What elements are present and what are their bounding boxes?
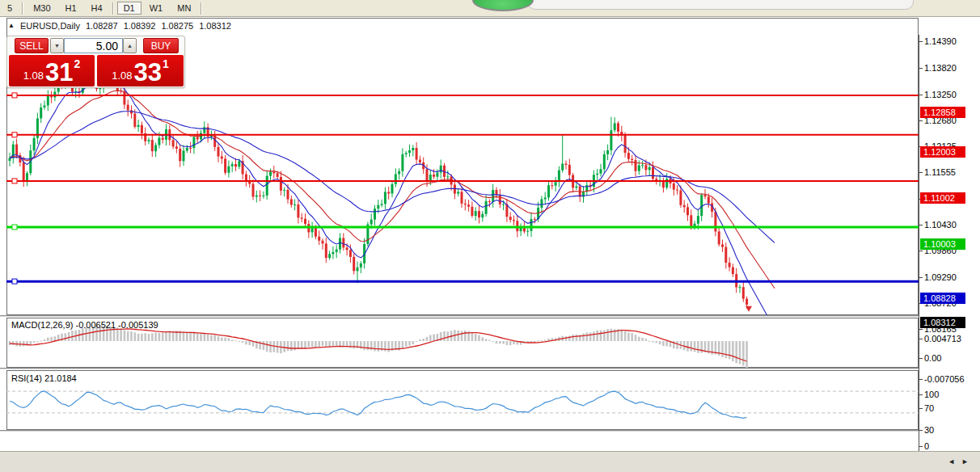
macd-bar [318, 341, 320, 347]
price-badge-1.12003: 1.12003 [920, 146, 965, 158]
timeframe-button-mn[interactable]: MN [171, 2, 197, 15]
candle-body [127, 105, 129, 111]
candle-body [742, 287, 745, 298]
macd-bar [509, 341, 512, 345]
pane-separator[interactable] [0, 430, 980, 432]
timeframe-button-w1[interactable]: W1 [143, 2, 170, 15]
candle-body [381, 204, 383, 204]
macd-bar [429, 335, 432, 341]
candle-body [676, 190, 678, 191]
macd-bar [631, 333, 633, 341]
macd-bar [387, 341, 390, 352]
macd-bar [130, 331, 133, 341]
candle-body [446, 176, 449, 177]
macd-bar [308, 341, 310, 348]
buy-price-box[interactable]: 1.08 33 1 [97, 55, 184, 86]
collapse-triangle-icon[interactable]: ▲ [8, 22, 15, 32]
macd-bar [193, 332, 196, 341]
candle-body [714, 212, 716, 232]
sell-price-small: 1.08 [23, 70, 44, 82]
hline-handle[interactable] [12, 179, 17, 183]
macd-bar [245, 341, 247, 344]
macd-bar [624, 331, 627, 341]
macd-bar [36, 341, 39, 342]
candle-body [33, 138, 36, 150]
candle-body [478, 211, 480, 217]
timeframe-button-m30[interactable]: M30 [27, 2, 57, 15]
macd-bar [263, 341, 265, 350]
candle-body [471, 207, 473, 216]
price-axis[interactable]: 1.143901.138201.132501.126801.121251.115… [919, 35, 980, 467]
candle-body [610, 130, 612, 150]
candle-body [203, 127, 205, 133]
axis-tick [919, 41, 923, 42]
hline-handle[interactable] [12, 225, 17, 230]
price-badge-1.12858: 1.12858 [920, 107, 965, 118]
symbol-label: EURUSD,Daily [20, 21, 80, 31]
volume-increase-button[interactable]: ▲ [123, 38, 137, 53]
rsi-tick-label: 0 [924, 441, 929, 451]
candle-body [603, 154, 606, 169]
macd-bar [204, 333, 206, 341]
candle-body [349, 250, 352, 257]
macd-bar [183, 331, 185, 341]
macd-bar [482, 337, 484, 341]
macd-bar [443, 331, 446, 341]
tab-scroll-right-icon[interactable]: ► [961, 457, 975, 466]
macd-bar [694, 341, 696, 352]
macd-bar [652, 341, 654, 343]
tab-scroll-left-icon[interactable]: ◄ [948, 457, 961, 466]
buy-price-big: 33 [134, 59, 162, 86]
axis-tick [919, 172, 923, 173]
hline-handle[interactable] [12, 133, 17, 137]
sell-price-box[interactable]: 1.08 31 2 [9, 55, 95, 86]
candle-body [189, 148, 192, 149]
macd-bar [124, 331, 126, 341]
candle-body [496, 190, 498, 195]
timeframe-button-h4[interactable]: H4 [85, 2, 109, 15]
macd-bar [735, 341, 737, 363]
candle-body [673, 183, 675, 190]
candle-body [440, 166, 442, 173]
macd-bar [656, 341, 658, 343]
buy-button[interactable]: BUY [143, 38, 179, 53]
spinner-up-icon: ▲ [127, 43, 133, 48]
macd-bar [610, 329, 613, 341]
timeframe-button-5[interactable]: 5 [1, 2, 19, 15]
volume-input[interactable]: 5.00 [64, 38, 123, 53]
candle-body [325, 243, 327, 258]
rsi-indicator-canvas[interactable] [6, 370, 919, 430]
hline-handle[interactable] [12, 93, 17, 98]
macd-tick-label: 0.00 [924, 353, 941, 363]
macd-bar [665, 341, 668, 346]
macd-bar [148, 334, 150, 341]
candle-body [23, 162, 25, 181]
macd-bar [374, 341, 376, 351]
axis-tick [919, 446, 923, 447]
candle-body [192, 137, 195, 148]
timeframe-button-d1[interactable]: D1 [117, 2, 142, 15]
sell-button[interactable]: SELL [15, 38, 49, 53]
macd-bar [30, 341, 32, 344]
macd-bar [676, 341, 678, 349]
macd-bar [353, 341, 355, 348]
macd-bar [154, 333, 157, 341]
macd-bar [269, 341, 272, 352]
candle-body [357, 268, 359, 271]
macd-bar [586, 332, 589, 341]
macd-bar [412, 341, 415, 344]
candle-body [729, 263, 731, 268]
rsi-tick-label: 100 [924, 390, 939, 399]
macd-bar [162, 333, 164, 341]
candle-body [665, 179, 668, 188]
volume-decrease-button[interactable]: ▼ [50, 38, 64, 53]
candle-body [304, 219, 306, 224]
hline-handle[interactable] [12, 279, 17, 284]
macd-bar [127, 331, 129, 341]
macd-bar [12, 341, 15, 345]
timeframe-button-h1[interactable]: H1 [59, 2, 83, 15]
candle-body [555, 182, 557, 186]
macd-bar [499, 341, 501, 343]
macd-bar [283, 341, 285, 352]
macd-label-row: MACD(12,26,9) -0.006521 -0.005139 [11, 320, 158, 330]
